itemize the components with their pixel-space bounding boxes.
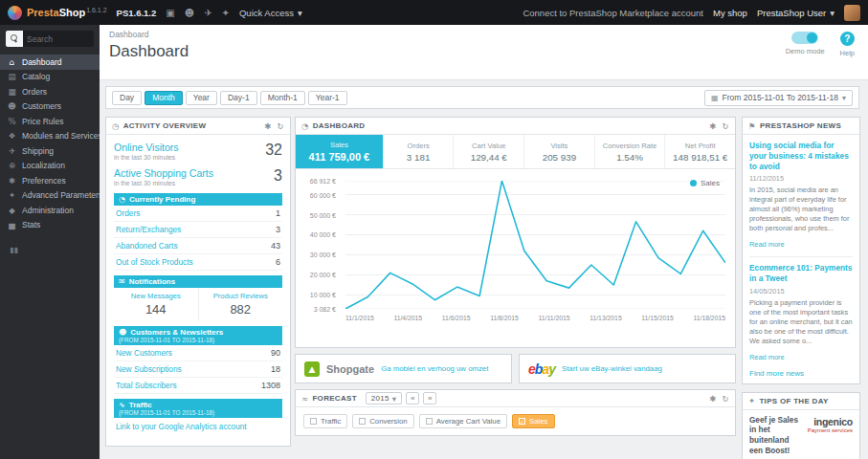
gift-icon[interactable]: ✦ [222,8,230,18]
prestashop-logo[interactable]: PrestaShop1.6.1.2 [8,6,107,20]
refresh-icon[interactable]: ↻ [723,394,729,404]
preferences-icon: ✱ [7,176,17,186]
shopgate-link[interactable]: Ga mobiel en verhoog uw omzet [381,364,488,373]
kpi-tab-cart-value[interactable]: Cart Value129,44 € [454,135,524,168]
sidebar-item-stats[interactable]: ▅Stats [0,218,100,233]
sidebar-item-catalog[interactable]: ▤Catalog [0,70,100,85]
forecast-prev-button[interactable]: « [406,392,419,404]
x-axis-tick: 11/18/2015 [693,315,725,321]
active-carts-metric: Active Shopping Carts in the last 30 min… [114,167,282,186]
forecast-legend-traffic[interactable]: Traffic [303,414,347,428]
my-shop-link[interactable]: My shop [713,8,747,18]
chip-label: Traffic [321,417,341,426]
forecast-legend-conversion[interactable]: Conversion [352,414,413,428]
customers-link[interactable]: Total Subscribers [116,381,261,390]
cell-value: 144 [114,302,198,317]
sidebar-collapse-toggle[interactable]: ▮▮ [10,246,100,254]
news-column: ⚑ PRESTASHOP NEWS Using social media for… [742,117,860,459]
kpi-label: Sales [330,141,348,149]
gear-icon[interactable]: ✱ [709,394,716,404]
range-button-year[interactable]: Year [186,91,217,105]
tips-icon: ✦ [748,396,755,405]
sidebar-item-shipping[interactable]: ✈Shipping [0,143,100,159]
refresh-icon[interactable]: ↻ [723,121,729,131]
find-more-news-link[interactable]: Find more news [749,369,853,378]
range-button-year-1[interactable]: Year-1 [308,91,347,105]
tips-panel-body: Geef je Sales in het buitenland een Boos… [743,410,859,459]
dashboard-panel-header: ◔ DASHBOARD ✱ ↻ [296,118,735,135]
forecast-year-value: 2015 [371,394,389,403]
shop-name-link[interactable]: PS1.6.1.2 [117,8,157,18]
gear-icon[interactable]: ✱ [264,121,271,131]
range-button-month-1[interactable]: Month-1 [260,91,305,105]
sidebar-search[interactable] [6,31,94,47]
forecast-legend-sales[interactable]: Sales [512,414,555,428]
shopgate-promo[interactable]: ▲ Shopgate Ga mobiel en verhoog uw omzet [295,354,512,383]
avatar[interactable] [844,5,860,21]
cart-notifications-icon[interactable]: ▣ [166,8,174,18]
sidebar-item-preferences[interactable]: ✱Preferences [0,173,100,188]
user-menu[interactable]: PrestaShop User ▾ [757,8,835,18]
kpi-tab-net-profit[interactable]: Net Profit148 918,51 € [665,135,735,168]
pending-link[interactable]: Return/Exchanges [116,225,276,234]
forecast-panel: ≈ FORECAST 2015▾ « » ✱ ↻ Traffic Convers… [295,389,736,436]
product-reviews-cell[interactable]: Product Reviews 882 [198,288,283,321]
sidebar-item-dashboard[interactable]: ⌂Dashboard [0,55,100,70]
range-button-day-1[interactable]: Day-1 [220,91,257,105]
kpi-tab-sales[interactable]: Sales411 759,00 € [296,135,384,168]
read-more-link[interactable]: Read more [749,353,785,361]
kpi-tab-visits[interactable]: Visits205 939 [524,135,595,168]
sidebar-item-price-rules[interactable]: %Price Rules [0,114,100,129]
range-button-month[interactable]: Month [145,91,183,105]
x-axis-tick: 11/13/2015 [590,315,622,321]
news-panel-title: PRESTASHOP NEWS [760,121,841,130]
customers-link[interactable]: New Customers [116,348,271,358]
x-axis-tick: 11/6/2015 [442,315,471,321]
kpi-tab-conversion-rate[interactable]: Conversion Rate1.54% [595,135,666,168]
range-button-day[interactable]: Day [112,91,142,105]
read-more-link[interactable]: Read more [749,240,785,249]
sidebar-item-label: Advanced Parameters [22,190,100,200]
sidebar-item-advanced-parameters[interactable]: ✦Advanced Parameters [0,188,100,204]
customers-row-total-subscribers: Total Subscribers1308 [114,378,282,394]
forecast-year-select[interactable]: 2015▾ [366,392,403,404]
activity-icon: ◷ [112,121,120,131]
new-messages-cell[interactable]: New Messages 144 [114,288,198,321]
news-item-title[interactable]: Ecommerce 101: Payments in a Tweet [749,263,853,284]
search-input[interactable] [23,31,94,47]
kpi-label: Cart Value [472,142,505,150]
news-item-date: 11/12/2015 [749,174,853,183]
news-icon: ⚑ [748,121,756,131]
gear-icon[interactable]: ✱ [709,121,716,131]
news-item-title[interactable]: Using social media for your business: 4 … [749,141,853,171]
forecast-legend-average-cart-value[interactable]: Average Cart Value [419,414,507,428]
refresh-icon[interactable]: ↻ [278,121,284,131]
demo-mode-toggle[interactable] [791,32,818,44]
customers-link[interactable]: New Subscriptions [116,364,271,374]
sidebar-item-administration[interactable]: ◆Administration [0,203,100,218]
customers-notifications-icon[interactable]: ☻ [185,8,194,18]
breadcrumb[interactable]: Dashboard [109,30,858,39]
x-axis-labels: 11/1/201511/4/201511/6/201511/8/201511/1… [345,315,725,321]
ebay-link[interactable]: Start uw eBay-winkel vandaag [562,364,662,373]
sidebar-item-customers[interactable]: ☻Customers [0,99,100,115]
pending-link[interactable]: Out of Stock Products [116,257,276,267]
google-analytics-link[interactable]: Link to your Google Analytics account [114,418,282,436]
sidebar-item-localization[interactable]: ⊕Localization [0,159,100,174]
tips-panel-header: ✦ TIPS OF THE DAY [743,393,859,410]
sidebar-item-orders[interactable]: ▦Orders [0,84,100,99]
quick-access-menu[interactable]: Quick Access ▾ [239,8,302,18]
kpi-tab-orders[interactable]: Orders3 181 [384,135,455,168]
help-button[interactable]: ? [840,32,855,46]
sidebar-item-modules[interactable]: ❖Modules and Services [0,129,100,144]
marketplace-link[interactable]: Connect to PrestaShop Marketplace accoun… [523,8,703,18]
metric-label: Active Shopping Carts [114,167,274,179]
forecast-next-button[interactable]: » [423,392,436,404]
ebay-promo[interactable]: ebay Start uw eBay-winkel vandaag [519,354,736,383]
news-panel-header: ⚑ PRESTASHOP NEWS [743,118,859,135]
pending-link[interactable]: Orders [116,208,276,218]
messages-notifications-icon[interactable]: ✈ [204,8,211,18]
search-scope-button[interactable] [6,31,23,47]
pending-link[interactable]: Abandoned Carts [116,241,271,251]
date-range-picker[interactable]: ▦ From 2015-11-01 To 2015-11-18 ▾ [704,90,853,106]
